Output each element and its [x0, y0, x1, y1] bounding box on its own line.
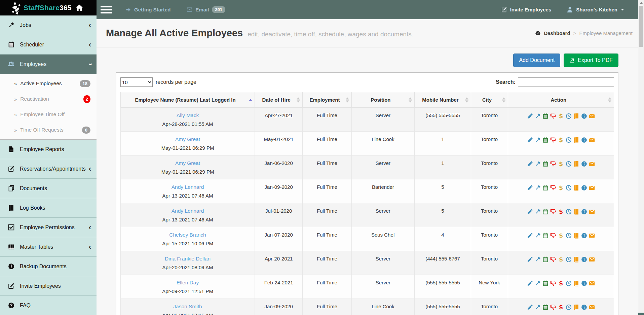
sidebar-item-employees[interactable]: Employees ‹	[0, 55, 97, 74]
thumbs-down-icon[interactable]	[550, 280, 556, 286]
envelope-icon[interactable]	[589, 256, 595, 262]
sidebar-item-employee-permissions[interactable]: Employee Permissions ‹	[0, 218, 97, 237]
dollar-icon[interactable]: $	[558, 185, 564, 191]
info-icon[interactable]	[581, 161, 587, 167]
thumbs-down-icon[interactable]	[550, 185, 556, 191]
info-icon[interactable]	[581, 209, 587, 215]
breadcrumb-dashboard-link[interactable]: Dashboard	[544, 30, 570, 36]
dollar-icon[interactable]: $	[558, 137, 564, 143]
clock-icon[interactable]	[566, 233, 572, 239]
column-header-date-of-hire[interactable]: Date of Hire	[255, 92, 303, 108]
edit-pencil-icon[interactable]	[527, 113, 533, 119]
calendar-icon[interactable]	[542, 161, 548, 167]
gavel-icon[interactable]	[535, 161, 541, 167]
column-header-city[interactable]: City	[471, 92, 508, 108]
dollar-icon[interactable]: $	[558, 304, 564, 310]
submenu-item-active-employees[interactable]: » Active Employees 18	[0, 76, 97, 91]
calendar-icon[interactable]	[542, 185, 548, 191]
sidebar-item-scheduler[interactable]: Scheduler ‹	[0, 35, 97, 55]
page-scrollbar[interactable]	[638, 0, 644, 315]
clock-icon[interactable]	[566, 161, 572, 167]
clock-icon[interactable]	[566, 280, 572, 286]
employee-name-link[interactable]: Ellen Day	[177, 280, 199, 286]
thumbs-down-icon[interactable]	[550, 304, 556, 310]
edit-pencil-icon[interactable]	[527, 233, 533, 239]
getting-started-link[interactable]: Getting Started	[125, 7, 171, 12]
envelope-icon[interactable]	[589, 233, 595, 239]
thumbs-down-icon[interactable]	[550, 161, 556, 167]
sidebar-item-employee-reports[interactable]: Employee Reports	[0, 140, 97, 159]
dollar-icon[interactable]: $	[558, 161, 564, 167]
dollar-icon[interactable]: $	[558, 256, 564, 262]
calendar-icon[interactable]	[542, 137, 548, 143]
sidebar-item-master-tables[interactable]: Master Tables ‹	[0, 237, 97, 257]
thumbs-down-icon[interactable]	[550, 113, 556, 119]
home-icon[interactable]	[76, 4, 83, 11]
column-header-mobile-number[interactable]: Mobile Number	[415, 92, 471, 108]
info-icon[interactable]	[581, 185, 587, 191]
clock-icon[interactable]	[566, 304, 572, 310]
edit-pencil-icon[interactable]	[527, 137, 533, 143]
dollar-icon[interactable]: $	[558, 280, 564, 286]
book-icon[interactable]	[573, 280, 579, 286]
clock-icon[interactable]	[566, 113, 572, 119]
scrollbar-up-arrow-icon[interactable]	[638, 0, 644, 5]
dollar-icon[interactable]: $	[558, 233, 564, 239]
hamburger-menu-icon[interactable]	[101, 6, 112, 13]
calendar-icon[interactable]	[542, 256, 548, 262]
dollar-icon[interactable]: $	[558, 113, 564, 119]
book-icon[interactable]	[573, 137, 579, 143]
sidebar-item-documents[interactable]: Documents	[0, 179, 97, 198]
clock-icon[interactable]	[566, 185, 572, 191]
envelope-icon[interactable]	[589, 113, 595, 119]
envelope-icon[interactable]	[589, 304, 595, 310]
employee-name-link[interactable]: Dina Frankie Dellan	[165, 256, 211, 262]
edit-pencil-icon[interactable]	[527, 209, 533, 215]
column-header-employment[interactable]: Employment	[303, 92, 351, 108]
calendar-icon[interactable]	[542, 113, 548, 119]
info-icon[interactable]	[581, 256, 587, 262]
invite-employees-link[interactable]: Invite Employees	[501, 7, 552, 12]
gavel-icon[interactable]	[535, 113, 541, 119]
book-icon[interactable]	[573, 209, 579, 215]
book-icon[interactable]	[573, 113, 579, 119]
book-icon[interactable]	[573, 256, 579, 262]
add-document-button[interactable]: Add Document	[513, 54, 560, 67]
account-menu[interactable]: Sharon's Kitchen	[567, 6, 624, 13]
employee-name-link[interactable]: Andy Lennard	[172, 208, 204, 214]
gavel-icon[interactable]	[535, 185, 541, 191]
clock-icon[interactable]	[566, 137, 572, 143]
employee-name-link[interactable]: Andy Lennard	[172, 184, 204, 190]
dollar-icon[interactable]: $	[558, 209, 564, 215]
sidebar-item-jobs[interactable]: Jobs ‹	[0, 15, 97, 35]
submenu-item-reactivation[interactable]: » Reactivation 2	[0, 91, 97, 107]
edit-pencil-icon[interactable]	[527, 161, 533, 167]
submenu-item-time-off-requests[interactable]: » Time Off Requests 0	[0, 122, 97, 138]
employee-name-link[interactable]: Chelsey Branch	[169, 232, 206, 238]
employee-name-link[interactable]: Jason Smith	[173, 304, 202, 310]
envelope-icon[interactable]	[589, 185, 595, 191]
calendar-icon[interactable]	[542, 280, 548, 286]
envelope-icon[interactable]	[589, 209, 595, 215]
envelope-icon[interactable]	[589, 161, 595, 167]
calendar-icon[interactable]	[542, 233, 548, 239]
thumbs-down-icon[interactable]	[550, 137, 556, 143]
envelope-icon[interactable]	[589, 137, 595, 143]
column-header-employee-name[interactable]: Employee Name (Resume) Last Logged In	[121, 92, 255, 108]
gavel-icon[interactable]	[535, 304, 541, 310]
info-icon[interactable]	[581, 280, 587, 286]
edit-pencil-icon[interactable]	[527, 185, 533, 191]
column-header-action[interactable]: Action	[508, 92, 614, 108]
employee-name-link[interactable]: Ally Mack	[177, 112, 199, 118]
thumbs-down-icon[interactable]	[550, 209, 556, 215]
export-to-pdf-button[interactable]: Export To PDF	[564, 54, 618, 67]
calendar-icon[interactable]	[542, 209, 548, 215]
book-icon[interactable]	[573, 161, 579, 167]
edit-pencil-icon[interactable]	[527, 304, 533, 310]
email-link[interactable]: Email 291	[187, 6, 225, 13]
book-icon[interactable]	[573, 304, 579, 310]
sidebar-item-faq[interactable]: FAQ	[0, 296, 97, 315]
gavel-icon[interactable]	[535, 256, 541, 262]
clock-icon[interactable]	[566, 209, 572, 215]
edit-pencil-icon[interactable]	[527, 280, 533, 286]
